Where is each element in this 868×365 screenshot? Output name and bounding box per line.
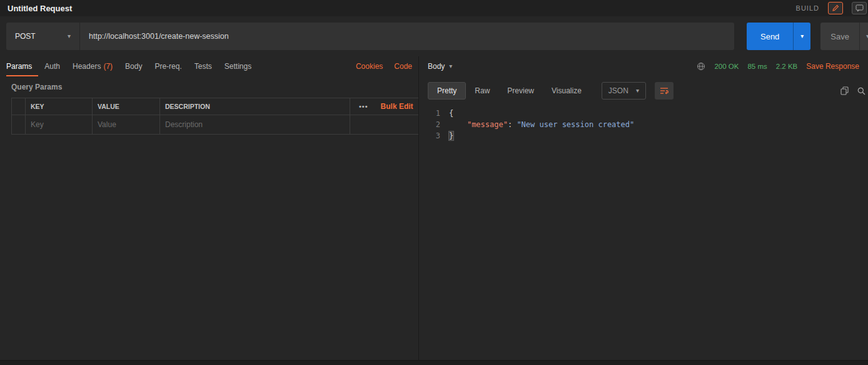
save-button[interactable]: Save xyxy=(820,23,859,50)
header-actions: ••• Bulk Edit xyxy=(350,98,418,115)
column-header-key: KEY xyxy=(25,98,92,115)
table-row: Key Value Description xyxy=(11,115,418,135)
chevron-down-icon: ▾ xyxy=(449,63,452,69)
pencil-icon xyxy=(832,4,839,12)
code-indent xyxy=(449,120,467,129)
tab-headers[interactable]: Headers (7) xyxy=(66,56,119,76)
status-badge: 200 OK xyxy=(714,63,739,70)
bulk-edit-link[interactable]: Bulk Edit xyxy=(381,102,413,111)
chevron-down-icon: ▾ xyxy=(68,33,71,39)
select-all-cell xyxy=(11,98,25,115)
tab-label: Params xyxy=(6,62,32,71)
response-pane-title: Body xyxy=(428,62,445,71)
response-toolbar: Pretty Raw Preview Visualize JSON ▾ xyxy=(419,80,868,101)
chevron-down-icon: ▾ xyxy=(636,88,639,94)
code-line: 2 "message" : "New user session created" xyxy=(424,119,868,130)
search-icon[interactable] xyxy=(857,87,865,95)
build-label: BUILD xyxy=(796,4,819,12)
tab-label: Headers xyxy=(73,62,101,71)
column-header-description: DESCRIPTION xyxy=(159,98,350,115)
tab-label: Auth xyxy=(44,62,60,71)
tab-auth[interactable]: Auth xyxy=(38,56,66,76)
headers-count-badge: (7) xyxy=(103,62,113,71)
save-options-button[interactable]: ▾ xyxy=(859,23,868,50)
code-text: { xyxy=(449,109,453,118)
wrap-text-icon xyxy=(660,87,669,95)
query-params-table: KEY VALUE DESCRIPTION ••• Bulk Edit Key … xyxy=(11,98,418,135)
description-input[interactable]: Description xyxy=(159,115,350,134)
tab-links: Cookies Code xyxy=(356,62,412,71)
save-split-button: Save ▾ xyxy=(820,23,868,50)
tab-label: Pre-req. xyxy=(154,62,181,71)
method-dropdown[interactable]: POST ▾ xyxy=(6,23,80,50)
table-header-row: KEY VALUE DESCRIPTION ••• Bulk Edit xyxy=(11,98,418,115)
network-globe-icon[interactable] xyxy=(697,62,705,71)
response-body-dropdown[interactable]: Body ▾ xyxy=(428,62,452,71)
response-time: 85 ms xyxy=(747,63,767,70)
save-response-button[interactable]: Save Response xyxy=(806,62,859,71)
code-line: 3 } xyxy=(424,130,868,141)
top-bar-right: BUILD xyxy=(796,2,860,14)
response-meta: 200 OK 85 ms 2.2 KB Save Response xyxy=(697,62,859,71)
edit-request-button[interactable] xyxy=(828,2,843,14)
language-label: JSON xyxy=(608,86,628,95)
response-size: 2.2 KB xyxy=(776,63,798,70)
send-button[interactable]: Send xyxy=(747,23,793,50)
cookies-link[interactable]: Cookies xyxy=(356,62,383,71)
key-input[interactable]: Key xyxy=(25,115,92,134)
tab-body[interactable]: Body xyxy=(119,56,148,76)
code-line: 1 { xyxy=(424,108,868,119)
tab-label: Body xyxy=(125,62,142,71)
json-key-token: "message" xyxy=(467,120,508,129)
send-split-button: Send ▾ xyxy=(747,23,810,50)
line-number: 3 xyxy=(424,131,440,140)
code-text: } xyxy=(449,131,453,140)
column-header-value: VALUE xyxy=(92,98,159,115)
bottom-status-strip xyxy=(0,360,868,365)
copy-icon[interactable] xyxy=(840,86,849,95)
tab-pre-request[interactable]: Pre-req. xyxy=(148,56,188,76)
url-input[interactable] xyxy=(89,32,725,41)
url-group: POST ▾ xyxy=(6,23,734,50)
main-split: Params Auth Headers (7) Body Pre-req. Te… xyxy=(0,56,868,360)
wrap-text-button[interactable] xyxy=(655,82,674,100)
language-dropdown[interactable]: JSON ▾ xyxy=(602,82,646,100)
tab-tests[interactable]: Tests xyxy=(188,56,218,76)
line-number: 2 xyxy=(424,120,440,129)
tab-label: Settings xyxy=(225,62,251,71)
method-label: POST xyxy=(15,32,36,41)
row-actions xyxy=(350,115,418,134)
query-params-title: Query Params xyxy=(11,83,418,91)
view-tab-visualize[interactable]: Visualize xyxy=(543,82,590,100)
row-check-cell xyxy=(11,115,25,134)
comment-button[interactable] xyxy=(852,2,867,14)
request-builder-window: Untitled Request BUILD POST ▾ xyxy=(0,0,868,365)
view-tab-raw[interactable]: Raw xyxy=(466,82,498,100)
url-field-wrap xyxy=(80,23,734,50)
line-number: 1 xyxy=(424,109,440,118)
request-bar: POST ▾ Send ▾ Save ▾ xyxy=(0,16,868,56)
response-pane: Body ▾ 200 OK 85 ms 2.2 KB Save Response… xyxy=(419,56,868,360)
send-options-button[interactable]: ▾ xyxy=(793,23,810,50)
comment-icon xyxy=(855,4,864,12)
view-tab-pretty[interactable]: Pretty xyxy=(428,82,466,100)
tab-label: Tests xyxy=(194,62,212,71)
tab-params[interactable]: Params xyxy=(6,56,38,76)
request-pane: Params Auth Headers (7) Body Pre-req. Te… xyxy=(0,56,419,360)
tab-settings[interactable]: Settings xyxy=(218,56,258,76)
toolbar-right-icons xyxy=(840,80,865,101)
value-input[interactable]: Value xyxy=(92,115,159,134)
json-separator-token: : xyxy=(508,120,517,129)
chevron-down-icon: ▾ xyxy=(800,33,804,39)
request-tabs: Params Auth Headers (7) Body Pre-req. Te… xyxy=(0,56,418,76)
code-link[interactable]: Code xyxy=(394,62,412,71)
top-bar: Untitled Request BUILD xyxy=(0,0,868,16)
response-header: Body ▾ 200 OK 85 ms 2.2 KB Save Response xyxy=(419,56,868,76)
json-string-token: "New user session created" xyxy=(517,120,634,129)
request-title: Untitled Request xyxy=(8,4,72,13)
response-body-editor[interactable]: 1 { 2 "message" : "New user session crea… xyxy=(419,108,868,141)
view-tab-preview[interactable]: Preview xyxy=(498,82,543,100)
more-options-icon[interactable]: ••• xyxy=(359,103,368,110)
